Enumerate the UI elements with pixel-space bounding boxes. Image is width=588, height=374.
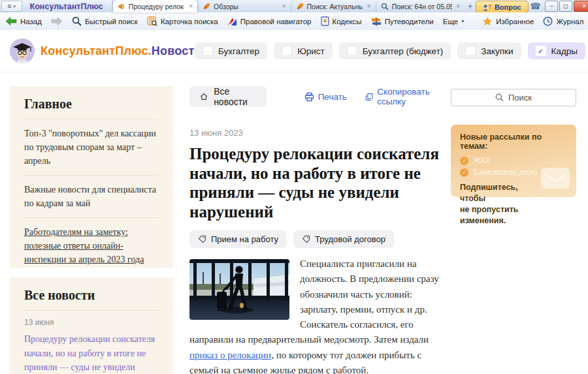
search-input[interactable]: Поиск: [451, 89, 576, 106]
article-title: Процедуру релокации соискателя начали, н…: [189, 144, 439, 221]
quick-search-label: Быстрый поиск: [85, 18, 138, 25]
subscribe-topic: ✓ ЖКХ: [460, 156, 567, 165]
codes-label: Кодексы: [333, 18, 362, 25]
tab-search-themes[interactable]: Поиск: Актуальные темы ×: [291, 0, 376, 12]
close-icon[interactable]: ×: [366, 3, 371, 10]
page-content: Главное Топ-3 "поворотных" дел кассации …: [0, 72, 588, 374]
print-icon: [304, 92, 314, 102]
category-label: Бухгалтер (бюджет): [363, 46, 444, 56]
category-label: Юрист: [297, 46, 325, 56]
close-window-icon: ✕: [582, 3, 587, 9]
article-column: Все новости Печать Скопировать ссыл: [189, 86, 446, 374]
tag-priem-na-rabotu[interactable]: Прием на работу: [189, 230, 287, 248]
checkbox-icon: [347, 46, 357, 56]
category-kadry[interactable]: ✓ Кадры: [528, 42, 585, 59]
category-yurist[interactable]: Юрист: [274, 42, 333, 59]
tag-icon: [302, 235, 310, 243]
category-label: Кадры: [551, 46, 578, 56]
close-icon[interactable]: ×: [455, 3, 461, 10]
category-buhgalter[interactable]: Бухгалтер: [195, 42, 267, 59]
magnifier-icon: [381, 3, 389, 10]
journal-clock-icon: [543, 16, 553, 26]
new-tab-button[interactable]: +: [465, 0, 475, 12]
news-horn-icon: [118, 3, 125, 10]
journal-label: Журнал: [556, 18, 583, 25]
legal-navigator-label: Правовой навигатор: [240, 18, 312, 25]
quick-search-icon: [72, 16, 82, 26]
category-zakupki[interactable]: Закупки: [457, 42, 521, 59]
codes-book-icon: [321, 16, 329, 26]
tag-label: Трудовой договор: [315, 234, 385, 244]
favorites-button[interactable]: Избранное: [482, 16, 534, 26]
subscribe-title: Новые рассылки по темам:: [460, 132, 567, 151]
subscribe-cta: Подпишитесь, чтобы не пропустить изменен…: [460, 182, 538, 226]
back-arrow-icon: [5, 17, 17, 25]
subscribe-banner[interactable]: Новые рассылки по темам: ✓ ЖКХ ✓ Банковс…: [451, 125, 576, 197]
search-card-icon: [147, 16, 157, 26]
article-actions: Все новости Печать Скопировать ссыл: [189, 86, 446, 107]
app-logo[interactable]: КонсультантПлюс: [24, 0, 113, 12]
chevron-down-icon: ▾: [13, 4, 16, 9]
forward-button[interactable]: [51, 17, 63, 25]
phone-icon: ☎: [530, 1, 540, 11]
brand-orange-text: КонсультантПлюс.: [41, 44, 152, 57]
sidebar-item-employers-note[interactable]: Работодателям на заметку: полезные ответ…: [24, 225, 159, 266]
article-tags: Прием на работу Трудовой договор: [189, 230, 446, 248]
close-window-button[interactable]: ✕: [574, 1, 588, 12]
article-image: [189, 259, 289, 320]
checkbox-icon: [282, 46, 292, 56]
copy-link-button[interactable]: Скопировать ссылку: [365, 87, 446, 106]
tab-title: Процедуру релокации сои: [129, 3, 184, 10]
close-icon[interactable]: ×: [188, 3, 193, 10]
search-card-label: Карточка поиска: [161, 18, 218, 25]
site-brand[interactable]: КонсультантПлюс.Новости: [41, 44, 202, 58]
svg-text:?: ?: [488, 3, 491, 10]
tab-search-64n[interactable]: Поиск: 64н от 05.05.2023 ×: [376, 0, 465, 12]
all-news-button[interactable]: Все новости: [189, 86, 267, 107]
checkbox-checked-icon: ✓: [536, 46, 546, 56]
chevron-down-icon: ▾: [461, 18, 464, 24]
maximize-button[interactable]: ▢: [559, 1, 572, 12]
journal-button[interactable]: Журнал: [543, 16, 583, 26]
print-button[interactable]: Печать: [304, 92, 347, 102]
topic-label: Банковское дело: [473, 168, 538, 177]
relocation-order-link[interactable]: приказ о релокации: [189, 350, 271, 360]
cta-line: Подпишитесь, чтобы: [460, 183, 518, 203]
tab-title: Поиск: Актуальные темы: [307, 3, 363, 10]
category-buhgalter-budget[interactable]: Бухгалтер (бюджет): [339, 42, 451, 59]
question-person-icon: ?: [483, 3, 491, 11]
codes-button[interactable]: Кодексы: [321, 16, 362, 26]
legal-navigator-button[interactable]: Правовой навигатор: [227, 17, 312, 26]
divider: [24, 310, 159, 311]
question-button[interactable]: ? Вопрос: [476, 1, 529, 13]
divider: [24, 217, 159, 218]
sidebar-all-news-section: Все новости 13 июня Процедуру релокации …: [10, 277, 173, 374]
app-menu-button[interactable]: ≡ ▾: [1, 1, 22, 12]
checkbox-icon: [203, 46, 213, 56]
tag-trudovoy-dogovor[interactable]: Трудовой договор: [293, 230, 394, 248]
category-label: Закупки: [481, 46, 513, 56]
more-label: Еще: [443, 18, 458, 25]
news-item-link[interactable]: Процедуру релокации соискателя начали, н…: [24, 332, 159, 374]
minimize-icon: ─: [549, 3, 553, 9]
quick-search-button[interactable]: Быстрый поиск: [72, 16, 138, 26]
search-placeholder: Поиск: [508, 93, 532, 102]
back-button[interactable]: Назад: [5, 17, 42, 25]
tab-article[interactable]: Процедуру релокации сои ×: [113, 0, 197, 12]
sidebar-all-news-title: Все новости: [24, 288, 159, 303]
search-card-button[interactable]: Карточка поиска: [147, 16, 218, 26]
brand-avatar: [10, 39, 35, 63]
tab-obzory[interactable]: Обзоры ×: [197, 0, 291, 12]
guides-button[interactable]: Путеводители: [371, 17, 434, 26]
sidebar-item-important-news[interactable]: Важные новости для специалиста по кадрам…: [24, 183, 159, 210]
checkbox-icon: [465, 46, 476, 56]
news-item-date: 13 июня: [24, 318, 159, 327]
phone-button[interactable]: ☎: [529, 0, 542, 12]
divider: [24, 119, 159, 119]
close-icon[interactable]: ×: [281, 3, 286, 10]
more-button[interactable]: Еще ▾: [443, 18, 464, 25]
site-header: КонсультантПлюс.Новости Бухгалтер Юрист …: [0, 30, 588, 72]
sidebar-item-top3[interactable]: Топ-3 "поворотных" дел кассации по трудо…: [24, 127, 159, 168]
minimize-button[interactable]: ─: [545, 1, 558, 12]
envelope-icon: [541, 168, 570, 189]
